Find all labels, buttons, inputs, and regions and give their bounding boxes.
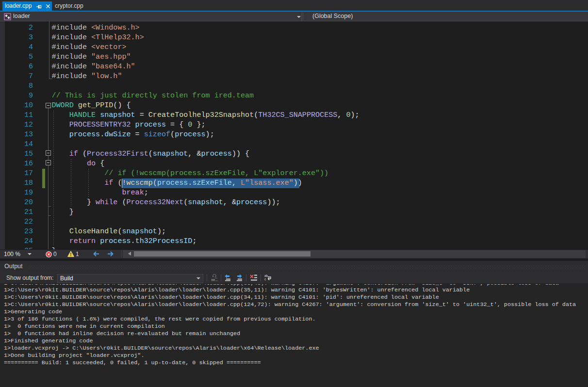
svg-text:c: c	[264, 277, 266, 281]
svg-text:ab: ab	[264, 274, 268, 277]
